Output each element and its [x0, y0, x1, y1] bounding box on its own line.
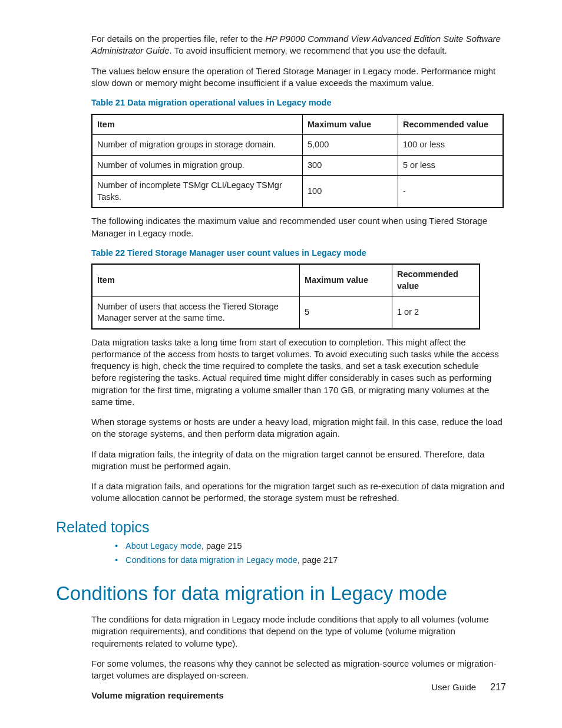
- cell: Number of volumes in migration group.: [92, 155, 303, 176]
- text: , page 215: [201, 541, 242, 551]
- page-number: 217: [490, 682, 506, 692]
- paragraph: If data migration fails, the integrity o…: [56, 449, 506, 473]
- col-item: Item: [92, 264, 300, 297]
- col-rec: Recommended value: [398, 114, 504, 135]
- list-item: About Legacy mode, page 215: [115, 541, 506, 552]
- intro-paragraph-2: The values below ensure the operation of…: [56, 65, 506, 90]
- cell: 1 or 2: [392, 297, 480, 329]
- paragraph: For some volumes, the reasons why they c…: [56, 658, 506, 682]
- table-row: Number of users that access the Tiered S…: [92, 297, 480, 329]
- col-max: Maximum value: [300, 264, 392, 297]
- link-conditions-data-migration[interactable]: Conditions for data migration in Legacy …: [125, 555, 297, 565]
- col-max: Maximum value: [303, 114, 398, 135]
- page-footer: User Guide 217: [56, 681, 506, 694]
- intro-paragraph-1: For details on the properties file, refe…: [56, 33, 506, 57]
- table-header-row: Item Maximum value Recommended value: [92, 114, 503, 135]
- cell: 5 or less: [398, 155, 504, 176]
- paragraph: The conditions for data migration in Leg…: [56, 614, 506, 650]
- text: , page 217: [297, 555, 338, 565]
- link-about-legacy-mode[interactable]: About Legacy mode: [125, 541, 201, 551]
- cell: 5: [300, 297, 392, 329]
- text: . To avoid insufficient memory, we recom…: [170, 45, 447, 55]
- table-header-row: Item Maximum value Recommended value: [92, 264, 480, 297]
- cell: -: [398, 176, 504, 208]
- table-22: Item Maximum value Recommended value Num…: [91, 263, 480, 329]
- paragraph: When storage systems or hosts are under …: [56, 416, 506, 440]
- cell: Number of incomplete TSMgr CLI/Legacy TS…: [92, 176, 303, 208]
- cell: 100: [303, 176, 398, 208]
- table-row: Number of migration groups in storage do…: [92, 135, 503, 156]
- list-item: Conditions for data migration in Legacy …: [115, 555, 506, 566]
- cell: Number of users that access the Tiered S…: [92, 297, 300, 329]
- table-22-title: Table 22 Tiered Storage Manager user cou…: [56, 248, 506, 259]
- text: For details on the properties file, refe…: [91, 34, 265, 44]
- table-21: Item Maximum value Recommended value Num…: [91, 114, 504, 209]
- cell: 100 or less: [398, 135, 504, 156]
- cell: Number of migration groups in storage do…: [92, 135, 303, 156]
- related-topics-heading: Related topics: [56, 518, 506, 538]
- paragraph: Data migration tasks take a long time fr…: [56, 337, 506, 409]
- table-row: Number of volumes in migration group. 30…: [92, 155, 503, 176]
- footer-label: User Guide: [431, 682, 476, 692]
- table-row: Number of incomplete TSMgr CLI/Legacy TS…: [92, 176, 503, 208]
- related-topics-list: About Legacy mode, page 215 Conditions f…: [56, 541, 506, 566]
- cell: 5,000: [303, 135, 398, 156]
- paragraph: If a data migration fails, and operation…: [56, 480, 506, 505]
- section-heading: Conditions for data migration in Legacy …: [56, 581, 506, 607]
- col-item: Item: [92, 114, 303, 135]
- cell: 300: [303, 155, 398, 176]
- paragraph: The following indicates the maximum valu…: [56, 215, 506, 239]
- table-21-title: Table 21 Data migration operational valu…: [56, 97, 506, 109]
- col-rec: Recommended value: [392, 264, 480, 297]
